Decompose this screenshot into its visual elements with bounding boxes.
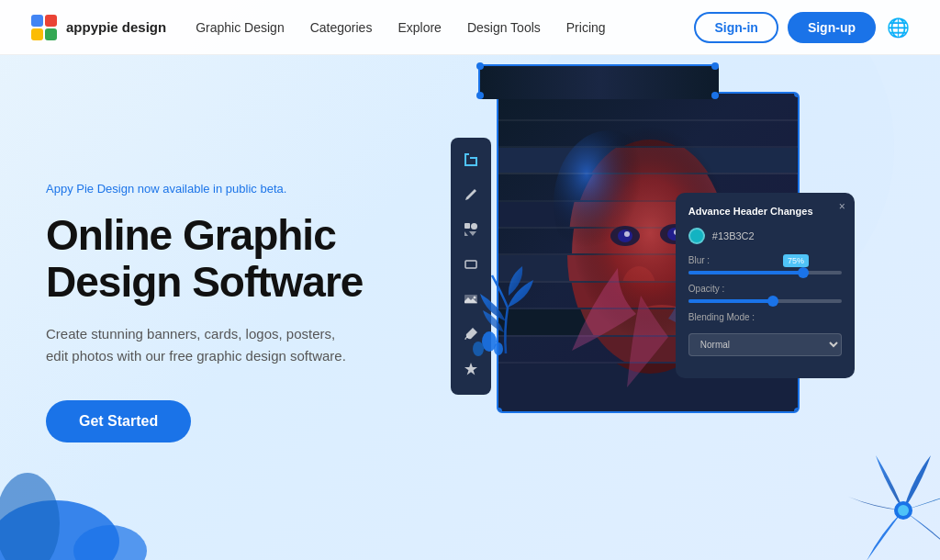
opacity-slider[interactable] [688, 299, 842, 303]
svg-point-69 [624, 231, 630, 237]
nav-design-tools[interactable]: Design Tools [467, 20, 541, 35]
hero-title: Online Graphic Design Software [46, 212, 386, 305]
svg-point-72 [473, 342, 484, 356]
blur-fill [688, 271, 803, 274]
svg-rect-2 [31, 28, 43, 40]
blur-row: Blur : 75% [688, 255, 842, 274]
nav-explore[interactable]: Explore [397, 20, 441, 35]
nav-categories[interactable]: Categories [310, 20, 373, 35]
top-bar-element [478, 64, 717, 97]
hero-right: × Advance Header Changes #13B3C2 Blur : … [423, 55, 940, 560]
opacity-fill [688, 299, 773, 303]
corner-handle-bl [476, 92, 484, 99]
canvas-handle-bl [497, 408, 502, 413]
settings-panel: × Advance Header Changes #13B3C2 Blur : … [676, 193, 855, 378]
svg-point-10 [471, 223, 477, 230]
svg-rect-3 [45, 28, 57, 40]
blur-value: 75% [783, 254, 809, 267]
hero-section: Appy Pie Design now available in public … [0, 55, 940, 560]
language-icon[interactable]: 🌐 [885, 15, 911, 40]
svg-rect-9 [464, 223, 470, 229]
flower-decoration [848, 446, 940, 560]
svg-rect-1 [45, 15, 57, 27]
editor-mockup: × Advance Header Changes #13B3C2 Blur : … [451, 83, 836, 431]
toolbar-shape-icon[interactable] [462, 220, 480, 239]
nav-links: Graphic Design Categories Explore Design… [196, 20, 694, 35]
corner-handle-br [711, 92, 719, 99]
toolbar-crop-icon[interactable] [462, 151, 480, 169]
blur-thumb[interactable]: 75% [798, 267, 809, 278]
blending-select[interactable]: Normal [688, 333, 842, 356]
beta-badge: Appy Pie Design now available in public … [46, 182, 386, 196]
nav-pricing[interactable]: Pricing [566, 20, 606, 35]
canvas-handle-br [794, 408, 800, 413]
opacity-thumb[interactable] [767, 296, 778, 307]
leaf-decoration [469, 257, 543, 358]
bottom-left-blob [0, 459, 147, 560]
navbar: appypie design Graphic Design Categories… [0, 0, 940, 55]
get-started-button[interactable]: Get Started [46, 400, 191, 442]
svg-point-73 [494, 342, 503, 355]
hero-left: Appy Pie Design now available in public … [0, 55, 423, 560]
settings-close-button[interactable]: × [839, 200, 845, 213]
svg-point-54 [554, 130, 664, 277]
canvas-handle-tr [794, 92, 800, 97]
color-value: #13B3C2 [712, 230, 755, 241]
svg-rect-0 [31, 15, 43, 27]
color-swatch[interactable] [688, 228, 705, 244]
logo[interactable]: appypie design [29, 13, 166, 42]
logo-text: appypie design [66, 19, 166, 35]
blur-label: Blur : [688, 255, 842, 265]
opacity-label: Opacity : [688, 284, 842, 294]
logo-icon [29, 13, 59, 42]
opacity-row: Opacity : [688, 284, 842, 303]
signin-button[interactable]: Sign-in [694, 12, 778, 43]
svg-point-6 [0, 473, 60, 560]
toolbar-star-icon[interactable] [462, 360, 480, 378]
nav-actions: Sign-in Sign-up 🌐 [694, 12, 911, 43]
blending-label: Blending Mode : [688, 312, 842, 322]
nav-graphic-design[interactable]: Graphic Design [196, 20, 285, 35]
blending-row: Blending Mode : Normal [688, 312, 842, 356]
signup-button[interactable]: Sign-up [788, 12, 876, 43]
corner-handle-tl [476, 62, 484, 70]
top-bar-svg [480, 66, 719, 99]
corner-handle-tr [711, 62, 719, 70]
svg-point-75 [898, 505, 909, 516]
hero-subtitle: Create stunning banners, cards, logos, p… [46, 323, 358, 367]
toolbar-pen-icon[interactable] [462, 185, 480, 204]
svg-rect-8 [480, 66, 719, 99]
settings-title: Advance Header Changes [688, 206, 842, 217]
blur-slider[interactable]: 75% [688, 271, 842, 274]
color-row: #13B3C2 [688, 228, 842, 244]
